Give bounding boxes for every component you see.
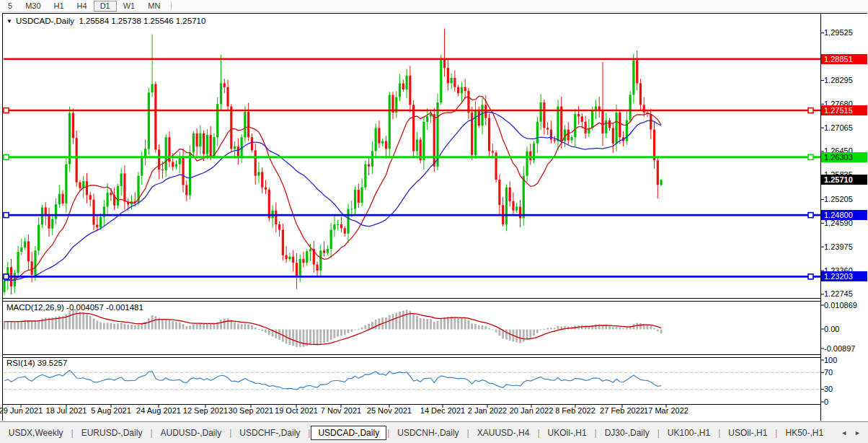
chart-tab-usdcad-daily[interactable]: USDCAD-,Daily [311,426,386,440]
price-axis-tick: 1.28295 [824,76,867,84]
mt4-window: 5M30H1H4D1W1MN ▼USDCAD-,Daily 1.25584 1.… [0,0,868,443]
rsi-current-value: 39.5257 [37,359,68,367]
chart-tab-audusd-daily[interactable]: AUDUSD-,Daily [154,426,229,439]
time-axis-label: 2 Jan 2022 [468,406,507,415]
time-axis-label: 14 Dec 2021 [420,406,465,415]
price-axis-tick: 1.25205 [824,195,867,203]
tabs-scroll-left-icon[interactable]: ◄ [841,429,854,437]
time-axis-label: 24 Aug 2021 [136,406,181,415]
hline-price-badge: 1.24800 [821,210,867,220]
time-axis-label: 25 Nov 2021 [367,406,412,415]
macd-name: MACD(12,26,9) [6,303,64,312]
time-axis-label: 30 Sep 2021 [229,406,273,415]
hline-price-badge: 1.28851 [821,54,867,64]
rsi-axis-tick: 30 [824,385,867,393]
macd-axis-tick: -0.00897 [824,344,867,353]
chart-tab-uk100-h1[interactable]: UK100-,H1 [660,426,717,439]
time-axis-label: 12 Sep 2021 [183,406,228,415]
chart-ohlc-values: 1.25584 1.25738 1.25546 1.25710 [79,17,205,25]
chart-dropdown-icon[interactable]: ▼ [6,18,12,25]
rsi-axis-tick: 100 [824,356,867,364]
time-axis-label: 17 Mar 2022 [644,406,688,415]
hline-price-badge: 1.27515 [821,105,867,115]
chart-canvas[interactable] [0,0,868,443]
macd-label: MACD(12,26,9) -0.004057 -0.001481 [6,303,143,312]
chart-tab-usdchf-daily[interactable]: USDCHF-,Daily [232,426,307,439]
price-axis-tick: 1.23975 [824,242,867,251]
tabs-scroll-right-icon[interactable]: ► [854,429,868,437]
hline-price-badge: 1.26303 [821,152,867,162]
chart-tab-usdcnh-daily[interactable]: USDCNH-,Daily [390,426,466,439]
rsi-axis-tick: 0 [824,398,867,406]
price-axis-tick: 1.29525 [824,28,867,37]
chart-tab-usoil-h1[interactable]: USOil-,H1 [721,426,774,439]
price-axis-tick: 1.27065 [824,123,867,132]
current-price-badge: 1.25710 [821,175,867,185]
rsi-axis-tick: 70 [824,368,867,377]
price-axis-tick: 1.22745 [824,289,867,298]
chart-tab-hk50-h1[interactable]: HK50-,H1 [778,426,831,439]
chart-tab-eurusd-daily[interactable]: EURUSD-,Daily [74,426,150,439]
rsi-label: RSI(14) 39.5257 [6,359,67,367]
macd-current-values: -0.004057 -0.001481 [66,303,143,312]
time-axis-label: 20 Jan 2022 [510,406,554,415]
chart-symbol-period: USDCAD-,Daily [16,17,74,25]
time-axis-label: 7 Nov 2021 [321,406,361,415]
time-axis-label: 5 Aug 2021 [91,406,131,415]
time-axis-label: 8 Feb 2022 [555,406,595,415]
time-axis-label: 19 Oct 2021 [275,406,318,415]
hline-price-badge: 1.23203 [821,271,867,281]
time-axis-label: 29 Jun 2021 [0,406,43,415]
chart-tab-ukoil-h1[interactable]: UKOil-,H1 [541,426,594,439]
rsi-name: RSI(14) [6,359,35,367]
macd-axis-tick: 0.010869 [824,301,867,310]
macd-axis-tick: 0.00 [824,325,867,333]
chart-tab-bar: USDX,Weekly|EURUSD-,Daily|AUDUSD-,Daily|… [0,421,868,443]
chart-tab-xauusd-h4[interactable]: XAUUSD-,H4 [470,426,537,439]
time-axis-label: 27 Feb 2022 [600,406,645,415]
chart-tab-usdx-weekly[interactable]: USDX,Weekly [1,426,71,439]
chart-title: ▼USDCAD-,Daily 1.25584 1.25738 1.25546 1… [6,17,205,25]
time-axis-label: 18 Jul 2021 [46,406,87,415]
chart-tab-dj30-daily[interactable]: DJ30-,Daily [598,426,657,439]
